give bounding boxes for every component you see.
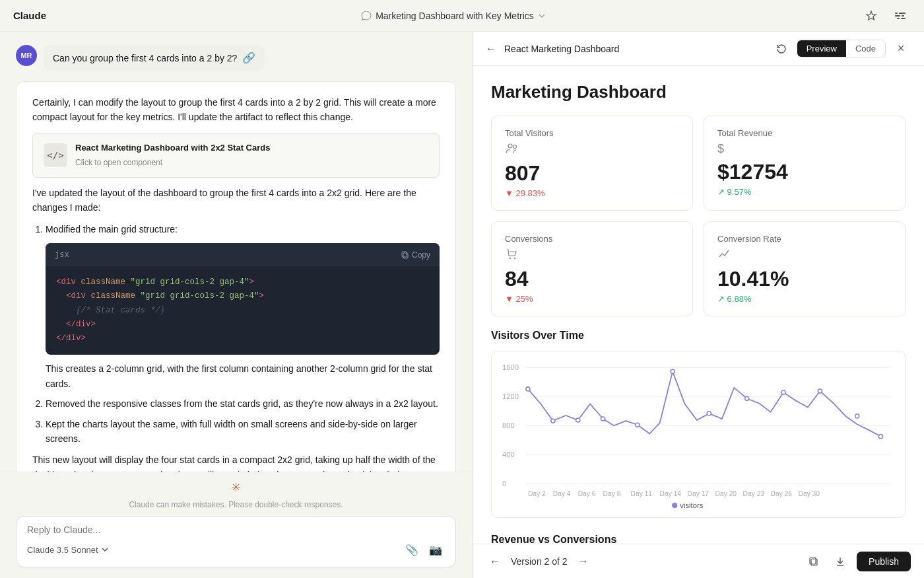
copy-preview-button[interactable] (804, 552, 824, 571)
visitors-icon (505, 142, 679, 157)
refresh-button[interactable] (772, 39, 791, 59)
component-icon: </> (44, 143, 67, 167)
code-block: jsx Copy <div className="grid grid-cols-… (46, 243, 440, 355)
input-bottom: Claude 3.5 Sonnet 📎 📷 (27, 540, 445, 559)
component-card[interactable]: </> React Marketing Dashboard with 2x2 S… (32, 133, 440, 178)
svg-point-49 (672, 503, 677, 508)
copy-code-button[interactable]: Copy (401, 250, 430, 260)
user-message: MR Can you group the first 4 cards into … (16, 45, 456, 71)
version-next-button[interactable]: → (574, 552, 593, 571)
document-title[interactable]: Marketing Dashboard with Key Metrics (376, 11, 534, 21)
svg-point-40 (601, 417, 605, 421)
code-tab[interactable]: Code (846, 40, 885, 57)
svg-point-38 (551, 419, 555, 423)
revenue-value: $12754 (717, 160, 892, 184)
list-item-3: Kept the charts layout the same, with fu… (46, 417, 440, 447)
conv-rate-value: 10.41% (717, 267, 892, 291)
attachment-button[interactable]: 📎 (403, 540, 421, 559)
version-prev-button[interactable]: ← (486, 552, 504, 571)
preview-topbar: ← React Marketing Dashboard Preview Code… (473, 32, 924, 66)
preview-tab[interactable]: Preview (797, 40, 846, 57)
list-item-1: Modified the main grid structure: jsx Co… (46, 222, 440, 392)
stat-card-conversions: Conversions 84 ▼ 25% (491, 221, 693, 316)
stat-cards-grid: Total Visitors 807 ▼ 29.83% Total Revenu… (491, 116, 906, 316)
version-nav: ← Version 2 of 2 → (486, 552, 593, 571)
svg-text:Day 26: Day 26 (771, 490, 793, 497)
svg-text:Day 20: Day 20 (715, 490, 737, 497)
svg-text:Day 14: Day 14 (660, 490, 682, 497)
component-sub: Click to open component (75, 157, 428, 169)
visitors-line-chart: 1600 1200 800 400 0 Day 2 Day 4 (502, 362, 894, 504)
preview-back-button[interactable]: ← (486, 43, 496, 55)
model-selector[interactable]: Claude 3.5 Sonnet (27, 545, 109, 555)
conv-rate-change: ↗ 6.88% (717, 294, 892, 304)
conv-rate-icon (717, 248, 892, 263)
revenue-chart-title: Revenue vs Conversions (491, 534, 906, 544)
preview-panel: ← React Marketing Dashboard Preview Code… (472, 32, 924, 578)
claude-branding-area: ✳ (16, 480, 456, 495)
svg-text:1600: 1600 (502, 363, 519, 371)
preview-bottombar: ← Version 2 of 2 → Publish (473, 544, 924, 578)
revenue-change: ↗ 9.57% (717, 187, 892, 197)
svg-point-13 (513, 145, 517, 149)
download-button[interactable] (830, 552, 850, 571)
chat-panel: MR Can you group the first 4 cards into … (0, 32, 472, 578)
assistant-followup-text: I've updated the layout of the dashboard… (32, 186, 440, 215)
code-line-2: <div className="grid grid-cols-2 gap-4"> (56, 289, 429, 303)
chat-bottom: ✳ Claude can make mistakes. Please doubl… (0, 472, 472, 578)
svg-text:visitors: visitors (680, 501, 703, 509)
preview-topbar-right: Preview Code × (772, 39, 911, 59)
settings-button[interactable] (890, 5, 911, 26)
component-title: React Marketing Dashboard with 2x2 Stat … (75, 141, 428, 155)
svg-text:Day 4: Day 4 (553, 490, 571, 497)
closing-text: This new layout will display the four st… (32, 452, 440, 472)
code-language: jsx (55, 248, 69, 261)
stat-card-revenue: Total Revenue $ $12754 ↗ 9.57% (704, 116, 906, 211)
svg-point-43 (707, 412, 711, 415)
claude-icon: ✳ (231, 480, 241, 495)
conversions-value: 84 (505, 267, 679, 291)
svg-point-48 (878, 435, 882, 439)
stat-card-title-revenue: Total Revenue (717, 128, 892, 138)
code-line-5: </div> (56, 332, 429, 345)
svg-text:1200: 1200 (502, 392, 519, 400)
svg-point-14 (510, 258, 511, 259)
star-button[interactable] (861, 5, 882, 26)
changes-list: Modified the main grid structure: jsx Co… (32, 222, 440, 447)
publish-button[interactable]: Publish (857, 552, 911, 571)
svg-text:Day 6: Day 6 (578, 490, 596, 497)
close-preview-button[interactable]: × (891, 39, 911, 59)
svg-text:Day 30: Day 30 (799, 490, 820, 497)
svg-text:Day 11: Day 11 (631, 490, 653, 497)
image-button[interactable]: 📷 (426, 540, 445, 559)
input-icon-group: 📎 📷 (403, 540, 445, 559)
svg-point-44 (745, 396, 749, 400)
chat-messages: MR Can you group the first 4 cards into … (0, 32, 472, 472)
svg-rect-0 (895, 13, 898, 14)
stat-card-visitors: Total Visitors 807 ▼ 29.83% (491, 116, 693, 211)
svg-point-47 (855, 414, 859, 418)
svg-point-45 (781, 390, 785, 394)
code-line-1: <div className="grid grid-cols-2 gap-4"> (56, 275, 429, 289)
svg-point-12 (508, 144, 512, 148)
app-logo: Claude (13, 10, 46, 21)
svg-rect-1 (899, 13, 906, 14)
assistant-intro-text: Certainly, I can modify the layout to gr… (32, 95, 440, 125)
svg-point-39 (576, 418, 580, 422)
conversions-icon (505, 248, 679, 263)
svg-text:Day 2: Day 2 (528, 490, 546, 497)
component-info: React Marketing Dashboard with 2x2 Stat … (75, 141, 428, 169)
reply-input[interactable] (27, 524, 445, 535)
code-block-body: <div className="grid grid-cols-2 gap-4">… (46, 266, 440, 355)
svg-text:Day 8: Day 8 (603, 490, 621, 497)
svg-point-41 (636, 423, 640, 427)
svg-text:0: 0 (502, 480, 506, 488)
user-bubble: Can you group the first 4 cards into a 2… (44, 45, 265, 71)
document-title-area: Marketing Dashboard with Key Metrics (361, 11, 546, 21)
topbar-actions (861, 5, 911, 26)
conversions-change: ▼ 25% (505, 294, 679, 304)
chevron-down-icon (538, 12, 546, 20)
svg-rect-7 (402, 252, 407, 257)
stat-card-conv-rate: Conversion Rate 10.41% ↗ 6.88% (704, 221, 906, 316)
model-name: Claude 3.5 Sonnet (27, 545, 98, 555)
